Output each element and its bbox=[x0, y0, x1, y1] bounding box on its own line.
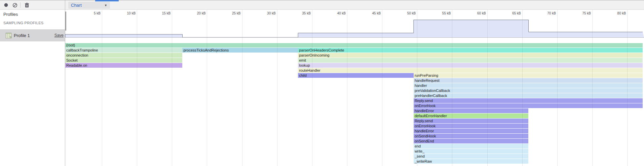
sidebar-title: Profiles bbox=[3, 12, 18, 17]
flame-bar[interactable]: onErrorHook bbox=[414, 124, 529, 128]
flame-chart-panel bbox=[65, 10, 644, 166]
flame-bar[interactable]: handler bbox=[414, 83, 643, 88]
flame-bar[interactable]: preHandlerCallback bbox=[414, 93, 643, 98]
flame-bar[interactable]: Reply.send bbox=[414, 119, 529, 123]
flame-bar[interactable]: emit bbox=[298, 58, 643, 63]
overview-ruler-tick-label: 50 kB bbox=[393, 11, 416, 15]
vertical-scrollbar-thumb[interactable] bbox=[65, 11, 66, 31]
flame-bar[interactable]: write_ bbox=[414, 149, 529, 154]
active-tab-indicator bbox=[95, 0, 119, 1]
overview-ruler-tick-label: 5 kB bbox=[78, 11, 101, 15]
overview-ruler-tick-label: 65 kB bbox=[499, 11, 521, 15]
sampling-profiles-heading: SAMPLING PROFILES bbox=[3, 21, 43, 25]
svg-text:%: % bbox=[10, 36, 11, 38]
delete-button[interactable] bbox=[23, 1, 31, 9]
flame-bar[interactable]: processTicksAndRejections bbox=[182, 48, 298, 53]
overview-ruler-tick-label: 20 kB bbox=[183, 11, 205, 15]
toolbar-separator bbox=[20, 2, 21, 8]
flame-bar[interactable]: parserOnIncoming bbox=[298, 53, 643, 58]
overview-ruler-tick-label: 35 kB bbox=[289, 11, 311, 15]
overview-ruler-tick-label: 15 kB bbox=[148, 11, 171, 15]
flame-bar[interactable]: end bbox=[414, 144, 529, 148]
flame-bar[interactable]: onSendHook bbox=[414, 134, 529, 138]
flame-ruler-strip bbox=[65, 37, 644, 43]
save-profile-link[interactable]: Save bbox=[54, 33, 64, 38]
flame-bar[interactable]: preValidationCallback bbox=[414, 88, 643, 93]
flame-bar[interactable]: child bbox=[298, 73, 414, 78]
forbid-icon bbox=[12, 3, 17, 8]
flame-bar[interactable]: onconnection bbox=[65, 53, 182, 58]
overview-ruler-tick-label: 55 kB bbox=[428, 11, 451, 15]
spreadsheet-icon: % bbox=[6, 33, 11, 38]
flame-bar[interactable]: defaultErrorHandler bbox=[414, 113, 529, 118]
overview-ruler-tick-label: 40 kB bbox=[324, 11, 346, 15]
flame-bar[interactable]: Reply.send bbox=[414, 98, 643, 103]
flame-bar[interactable]: (root) bbox=[65, 43, 643, 47]
overview-ruler-tick-label: 60 kB bbox=[464, 11, 486, 15]
flame-bar[interactable]: Socket bbox=[65, 58, 182, 63]
flame-bar[interactable]: _send bbox=[414, 154, 529, 159]
profile-name: Profile 1 bbox=[14, 33, 30, 38]
overview-ruler-tick-label: 80 kB bbox=[604, 11, 626, 15]
overview-ruler-tick-label: 25 kB bbox=[219, 11, 241, 15]
clear-button[interactable] bbox=[11, 1, 19, 9]
flame-bar[interactable]: parserOnHeadersComplete bbox=[298, 48, 643, 53]
flame-bar[interactable]: routeHandler bbox=[298, 68, 643, 73]
overview-ruler-tick-label: 30 kB bbox=[254, 11, 276, 15]
flame-bar[interactable]: onErrorHook bbox=[414, 103, 643, 108]
flame-bar[interactable]: handleRequest bbox=[414, 78, 643, 83]
flame-bar[interactable]: onSendEnd bbox=[414, 139, 529, 143]
flame-bar[interactable]: handleError bbox=[414, 129, 529, 133]
trash-icon bbox=[25, 3, 29, 8]
overview-ruler-tick-label: 70 kB bbox=[534, 11, 556, 15]
flame-bar[interactable]: callbackTrampoline bbox=[65, 48, 182, 53]
flame-bar[interactable]: _writeRaw bbox=[414, 159, 529, 164]
flame-bar[interactable]: runPreParsing bbox=[414, 73, 643, 78]
chevron-down-icon: ▼ bbox=[104, 4, 107, 7]
record-icon bbox=[4, 3, 8, 7]
view-mode-select[interactable]: Chart ▼ bbox=[68, 2, 110, 9]
overview-ruler-tick-label: 45 kB bbox=[358, 11, 381, 15]
memory-tool-window: Chart ▼ Profiles SAMPLING PROFILES % bbox=[0, 0, 644, 166]
toolbar: Chart ▼ bbox=[0, 0, 644, 10]
overview-ruler-tick-label: 10 kB bbox=[113, 11, 136, 15]
profile-list-item[interactable]: % Profile 1 Save bbox=[0, 29, 65, 41]
profiles-sidebar: Profiles SAMPLING PROFILES % Profile 1 S… bbox=[0, 10, 65, 166]
overview-ruler-tick-label: 75 kB bbox=[569, 11, 591, 15]
flame-bar[interactable]: handleError bbox=[414, 108, 529, 113]
flame-bar[interactable]: Readable.on bbox=[65, 63, 182, 68]
flame-bar[interactable]: lookup bbox=[298, 63, 643, 68]
record-button[interactable] bbox=[2, 1, 10, 9]
view-mode-value: Chart bbox=[71, 3, 82, 8]
